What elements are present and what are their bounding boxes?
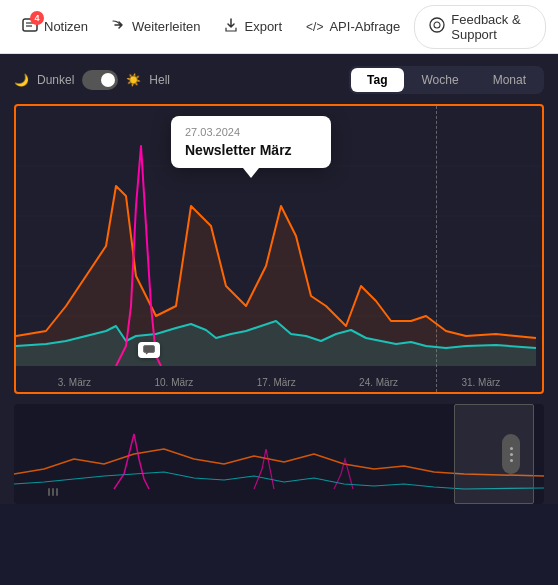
svg-rect-11 (144, 346, 155, 353)
svg-marker-10 (16, 186, 536, 366)
drag-bar-1 (48, 488, 50, 496)
export-nav-item[interactable]: Export (214, 12, 292, 41)
moon-icon: 🌙 (14, 73, 29, 87)
theme-switch[interactable] (82, 70, 118, 90)
main-chart: 27.03.2024 Newsletter März (14, 104, 544, 394)
handle-dot-1 (510, 447, 513, 450)
export-icon (224, 18, 238, 35)
light-label: Hell (149, 73, 170, 87)
dark-label: Dunkel (37, 73, 74, 87)
svg-point-4 (434, 22, 440, 28)
api-icon: </> (306, 20, 323, 34)
forward-label: Weiterleiten (132, 19, 200, 34)
toggle-knob (101, 73, 115, 87)
mini-chart (14, 404, 544, 504)
tab-tag[interactable]: Tag (351, 68, 403, 92)
chart-tooltip: 27.03.2024 Newsletter März (171, 116, 331, 168)
notes-icon: 4 (22, 17, 38, 36)
theme-toggle: 🌙 Dunkel ☀️ Hell (14, 70, 170, 90)
drag-bar-3 (56, 488, 58, 496)
forward-icon (112, 18, 126, 35)
mini-drag-left[interactable] (48, 488, 58, 496)
notes-label: Notizen (44, 19, 88, 34)
feedback-nav-item[interactable]: Feedback & Support (414, 5, 546, 49)
drag-bar-2 (52, 488, 54, 496)
export-label: Export (244, 19, 282, 34)
handle-dot-3 (510, 459, 513, 462)
notes-badge: 4 (30, 11, 44, 25)
x-axis-labels: 3. März 10. März 17. März 24. März 31. M… (16, 377, 542, 388)
time-tabs: Tag Woche Monat (349, 66, 544, 94)
feedback-icon (429, 17, 445, 36)
api-nav-item[interactable]: </> API-Abfrage (296, 13, 410, 40)
mini-drag-handle[interactable] (502, 434, 520, 474)
x-label-1: 3. März (58, 377, 91, 388)
x-label-2: 10. März (154, 377, 193, 388)
tab-monat[interactable]: Monat (477, 68, 542, 92)
tooltip-arrow (243, 168, 259, 178)
svg-point-3 (430, 18, 444, 32)
comment-icon[interactable] (138, 342, 160, 358)
x-label-3: 17. März (257, 377, 296, 388)
main-area: 🌙 Dunkel ☀️ Hell Tag Woche Monat 27.03.2… (0, 54, 558, 504)
controls-row: 🌙 Dunkel ☀️ Hell Tag Woche Monat (14, 66, 544, 94)
mini-selection-overlay[interactable] (454, 404, 534, 504)
tooltip-title: Newsletter März (185, 142, 317, 158)
x-label-4: 24. März (359, 377, 398, 388)
sun-icon: ☀️ (126, 73, 141, 87)
navbar: 4 Notizen Weiterleiten Export </> API-Ab… (0, 0, 558, 54)
handle-dot-2 (510, 453, 513, 456)
forward-nav-item[interactable]: Weiterleiten (102, 12, 210, 41)
notes-nav-item[interactable]: 4 Notizen (12, 11, 98, 42)
tab-woche[interactable]: Woche (406, 68, 475, 92)
tooltip-date: 27.03.2024 (185, 126, 317, 138)
api-label: API-Abfrage (329, 19, 400, 34)
feedback-label: Feedback & Support (451, 12, 531, 42)
x-label-5: 31. März (461, 377, 500, 388)
